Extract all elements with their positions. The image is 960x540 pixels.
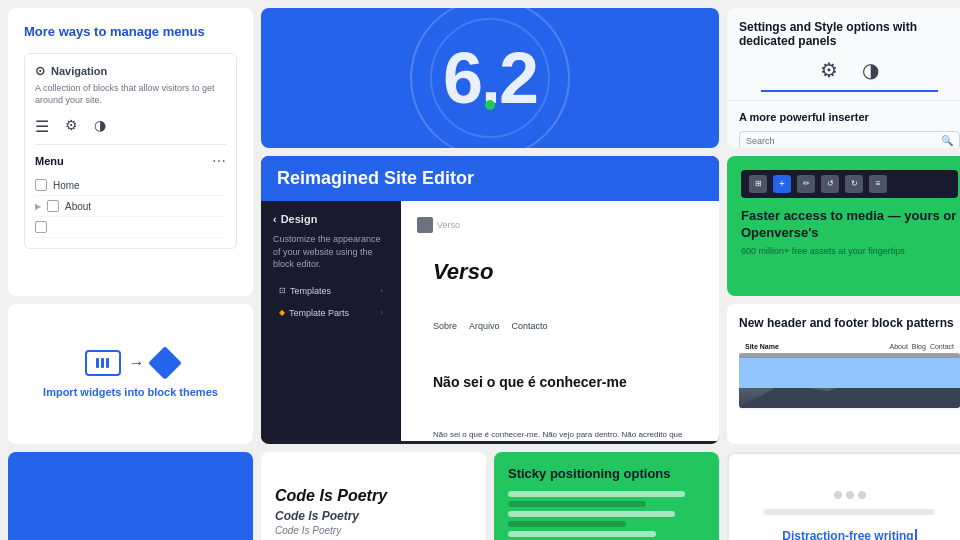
verso-logo-sq [417, 217, 433, 233]
widget-inner-icon [96, 358, 109, 368]
inserter-section: A more powerful inserter Search 🔍 Blocks… [727, 101, 960, 148]
settings-title: Settings and Style options with dedicate… [739, 20, 960, 48]
nav-desc: A collection of blocks that allow visito… [35, 82, 226, 107]
widgets-icons: → [85, 350, 177, 376]
more-icon[interactable]: ⋯ [212, 153, 226, 169]
undo-toolbar-icon[interactable]: ↺ [821, 175, 839, 193]
df-bar [764, 509, 934, 515]
verso-logo: Verso [417, 217, 703, 233]
distraction-label: Distraction-free writing [782, 529, 913, 540]
template-parts-icon: ◆ [279, 308, 285, 317]
redo-toolbar-icon[interactable]: ↻ [845, 175, 863, 193]
list-toolbar-icon[interactable]: ≡ [869, 175, 887, 193]
menus-title: More ways to manage menus [24, 24, 237, 41]
menu-label: Menu [35, 155, 64, 167]
df-cursor [915, 529, 917, 540]
hf-preview: Site Name About Blog Contact [739, 340, 960, 410]
templates-arrow: › [380, 286, 383, 295]
df-text: Distraction-free writing [782, 529, 916, 540]
df-dot-2 [846, 491, 854, 499]
sidebar-item-templates[interactable]: ⊡ Templates › [273, 281, 389, 301]
about-icon-sq [47, 200, 59, 212]
settings-divider [761, 90, 938, 92]
media-subtitle: 600 million+ free assets at your fingert… [741, 246, 958, 256]
hf-nav-blog: Blog [912, 343, 926, 350]
sticky-line-1 [508, 491, 685, 497]
search-text: Search [746, 136, 941, 146]
verso-title: Verso [417, 243, 703, 301]
cell-version: 6.2 [261, 8, 719, 148]
editor-title: Reimagined Site Editor [277, 168, 703, 189]
contrast-icon: ◑ [94, 117, 106, 136]
diamond-icon [148, 346, 182, 380]
gear-icon: ⚙ [820, 58, 838, 82]
pencil-toolbar-icon[interactable]: ✏ [797, 175, 815, 193]
sticky-line-3 [508, 511, 675, 517]
cell-editor: Reimagined Site Editor ‹ Design Customiz… [261, 156, 719, 444]
nav-contacto: Contacto [512, 321, 548, 331]
nav-header: ⊙ Navigation [35, 64, 226, 78]
cell-distraction: Distraction-free writing [727, 452, 960, 540]
nav-arquivo: Arquivo [469, 321, 500, 331]
green-dot [485, 100, 495, 110]
cell-right-top: Settings and Style options with dedicate… [727, 8, 960, 148]
inserter-search-bar[interactable]: Search 🔍 [739, 131, 960, 148]
editor-sidebar-desc: Customize the appearance of your website… [273, 233, 389, 271]
cell-menus: More ways to manage menus ⊙ Navigation A… [8, 8, 253, 296]
settings-section: Settings and Style options with dedicate… [727, 8, 960, 101]
plus-toolbar-icon[interactable]: + [773, 175, 791, 193]
inserter-title: A more powerful inserter [739, 111, 960, 123]
sticky-title: Sticky positioning options [508, 466, 705, 481]
media-toolbar: ⊞ + ✏ ↺ ↻ ≡ [741, 170, 958, 198]
cell-sticky: Sticky positioning options [494, 452, 719, 540]
editor-content: Verso Verso Sobre Arquivo Contacto Não s… [401, 201, 719, 441]
hf-nav-contact: Contact [930, 343, 954, 350]
sidebar-item-template-parts[interactable]: ◆ Template Parts › [273, 303, 389, 323]
back-button[interactable]: ‹ Design [273, 213, 389, 225]
menu-item-about: ▶ About [35, 196, 226, 217]
menu-item-pages [35, 217, 226, 238]
lines-icon: ☰ [35, 117, 49, 136]
sticky-line-4 [508, 521, 626, 527]
search-icon[interactable]: 🔍 [941, 135, 953, 146]
df-dots [834, 491, 866, 499]
verso-heading: Não sei o que é conhecer-me [417, 357, 703, 407]
grid-toolbar-icon[interactable]: ⊞ [749, 175, 767, 193]
cell-header-footer: New header and footer block patterns Sit… [727, 304, 960, 444]
verso-logo-label: Verso [437, 220, 460, 230]
hf-nav-about: About [890, 343, 908, 350]
main-grid: More ways to manage menus ⊙ Navigation A… [0, 0, 960, 540]
settings-icons: ⚙ ◑ [739, 58, 960, 82]
about-label: About [65, 201, 91, 212]
widget-icon-box [85, 350, 121, 376]
home-label: Home [53, 180, 80, 191]
verso-nav: Sobre Arquivo Contacto [417, 305, 703, 347]
df-dot-1 [834, 491, 842, 499]
pages-icon-sq [35, 221, 47, 233]
back-icon: ‹ [273, 213, 277, 225]
arrow-right-icon: → [129, 354, 145, 372]
template-parts-arrow: › [380, 308, 383, 317]
templates-label: Templates [290, 286, 331, 296]
hf-nav-items: About Blog Contact [890, 343, 954, 350]
menu-bar: Menu ⋯ [35, 153, 226, 169]
expand-icon: ▶ [35, 202, 41, 211]
nav-sobre: Sobre [433, 321, 457, 331]
nav-panel: ⊙ Navigation A collection of blocks that… [24, 53, 237, 249]
media-title: Faster access to media — yours or Openve… [741, 208, 958, 242]
site-name: Site Name [745, 343, 779, 350]
editor-header: Reimagined Site Editor [261, 156, 719, 201]
verso-body: Não sei o que é conhecer-me. Não vejo pa… [417, 413, 703, 441]
poetry-text-md: Code Is Poetry [275, 509, 472, 523]
nav-icons: ☰ ⚙ ◑ [35, 117, 226, 145]
poetry-text-sm: Code Is Poetry [275, 525, 472, 536]
home-icon-sq [35, 179, 47, 191]
templates-icon: ⊡ [279, 286, 286, 295]
settings-icon: ⚙ [65, 117, 78, 136]
sticky-line-5 [508, 531, 656, 537]
cell-poetry: Code Is Poetry Code Is Poetry Code Is Po… [261, 452, 486, 540]
mountain-image [739, 353, 960, 408]
contrast-half-icon: ◑ [862, 58, 879, 82]
circle-icon: ⊙ [35, 64, 45, 78]
df-dot-3 [858, 491, 866, 499]
